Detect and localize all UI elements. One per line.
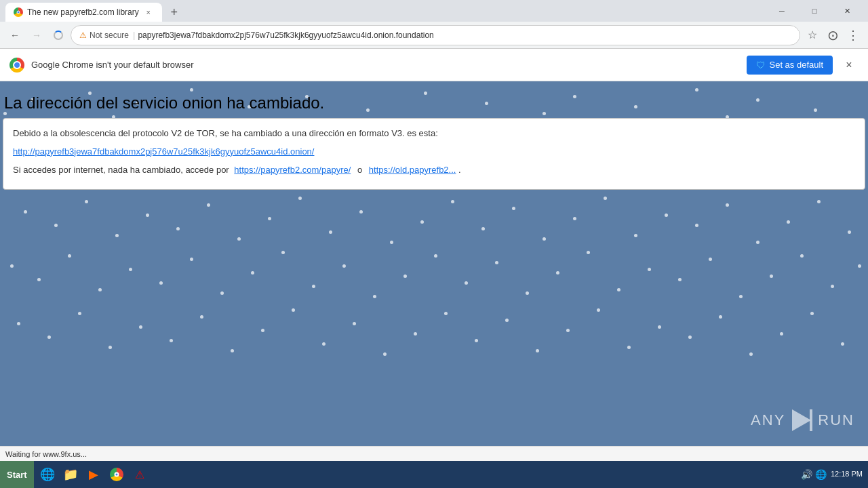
star xyxy=(342,264,346,268)
star xyxy=(383,352,387,356)
star xyxy=(719,315,722,319)
star xyxy=(648,268,651,271)
star xyxy=(159,281,163,285)
taskbar-explorer-icon[interactable]: 📁 xyxy=(60,464,81,485)
star xyxy=(322,342,326,346)
star xyxy=(658,325,661,329)
tray-icon-2[interactable]: 🌐 xyxy=(815,469,827,480)
address-bar[interactable]: ⚠ Not secure | papyrefb3jewa7fdbakdomx2p… xyxy=(71,25,800,45)
star xyxy=(817,200,821,203)
star xyxy=(780,332,783,336)
star xyxy=(261,329,264,332)
star xyxy=(220,291,224,295)
reload-button[interactable] xyxy=(49,26,68,45)
star xyxy=(858,264,861,268)
star xyxy=(190,258,193,261)
tray-icon-1[interactable]: 🔊 xyxy=(801,469,812,480)
star xyxy=(268,217,271,220)
back-button[interactable]: ← xyxy=(5,26,24,45)
page-content: La dirección del servicio onion ha cambi… xyxy=(0,81,868,446)
star xyxy=(403,274,407,278)
onion-link: http://papyrefb3jewa7fdbakdomx2pj576w7u2… xyxy=(13,145,855,159)
chrome-logo-icon xyxy=(9,58,24,73)
star xyxy=(390,241,393,244)
period: . xyxy=(458,165,461,175)
new-tab-button[interactable]: + xyxy=(165,3,184,22)
chrome-window: The new papyrefb2.com library × + ─ □ ✕ … xyxy=(0,0,868,488)
star xyxy=(200,315,203,319)
set-default-button[interactable]: 🛡 Set as default xyxy=(747,56,833,75)
star xyxy=(312,285,315,288)
loading-spinner xyxy=(54,30,63,40)
old-link-anchor[interactable]: https://old.papyrefb2... xyxy=(369,165,456,175)
paragraph2-text: Si accedes por internet, nada ha cambiad… xyxy=(13,165,229,175)
star xyxy=(231,349,234,352)
star xyxy=(726,203,729,207)
star xyxy=(481,227,485,230)
star xyxy=(695,224,698,227)
account-button[interactable]: ⊙ xyxy=(823,26,842,45)
star xyxy=(108,346,112,349)
forward-button[interactable]: → xyxy=(27,26,46,45)
star xyxy=(617,288,620,291)
star xyxy=(627,346,631,349)
info-box: Debido a la obsolescencia del protocolo … xyxy=(3,118,865,190)
star xyxy=(170,339,173,342)
minimize-button[interactable]: ─ xyxy=(766,0,797,22)
tab-close-button[interactable]: × xyxy=(143,7,154,18)
star xyxy=(176,227,180,230)
close-default-bar-button[interactable]: × xyxy=(840,56,859,75)
star xyxy=(587,251,590,254)
toolbar-actions: ☆ ⊙ ⋮ xyxy=(803,26,863,45)
start-button[interactable]: Start xyxy=(0,461,34,488)
star xyxy=(54,224,58,227)
taskbar-media-icon[interactable]: ▶ xyxy=(83,464,104,485)
star xyxy=(634,234,637,237)
star xyxy=(298,197,302,200)
default-browser-message: Google Chrome isn't your default browser xyxy=(31,60,740,70)
taskbar-warning-icon[interactable]: ⚠ xyxy=(129,464,151,485)
start-label: Start xyxy=(7,470,27,480)
star xyxy=(359,210,363,214)
menu-button[interactable]: ⋮ xyxy=(844,26,863,45)
bookmark-button[interactable]: ☆ xyxy=(803,26,822,45)
star xyxy=(542,237,546,241)
star xyxy=(688,336,692,339)
not-secure-label: Not secure xyxy=(90,30,129,40)
taskbar-pinned-icons: 🌐 📁 ▶ ⚠ xyxy=(34,461,153,488)
star xyxy=(604,197,607,200)
star xyxy=(770,274,773,278)
star xyxy=(292,308,295,312)
star xyxy=(281,251,285,254)
star xyxy=(573,217,576,220)
star xyxy=(841,342,844,346)
internet-link-anchor[interactable]: https://papyrefb2.com/papyre/ xyxy=(234,165,351,175)
taskbar-chrome-icon[interactable] xyxy=(106,464,127,485)
clock-time: 12:18 PM xyxy=(831,469,863,479)
active-tab[interactable]: The new papyrefb2.com library × xyxy=(5,3,162,22)
star xyxy=(129,268,132,271)
url-text[interactable]: papyrefb3jewa7fdbakdomx2pj576w7u25fk3kjk… xyxy=(138,30,433,40)
default-browser-bar: Google Chrome isn't your default browser… xyxy=(0,49,868,81)
star xyxy=(98,288,102,291)
star xyxy=(420,220,424,224)
anyrun-run-text: RUN xyxy=(818,411,854,429)
anyrun-watermark: ANY RUN xyxy=(751,408,854,432)
not-secure-indicator: ⚠ Not secure xyxy=(79,30,129,40)
star xyxy=(800,254,804,258)
paragraph2: Si accedes por internet, nada ha cambiad… xyxy=(13,163,855,178)
system-tray-icons: 🔊 🌐 xyxy=(801,469,827,480)
star xyxy=(373,295,376,298)
star xyxy=(526,291,529,295)
close-button[interactable]: ✕ xyxy=(831,0,863,22)
onion-link-anchor[interactable]: http://papyrefb3jewa7fdbakdomx2pj576w7u2… xyxy=(13,146,314,157)
anyrun-text: ANY xyxy=(751,411,785,429)
maximize-button[interactable]: □ xyxy=(799,0,830,22)
star xyxy=(556,271,559,274)
star xyxy=(329,230,332,234)
star xyxy=(848,230,851,234)
toolbar: ← → ⚠ Not secure | papyrefb3jewa7fdbakdo… xyxy=(0,22,868,49)
star xyxy=(505,319,509,322)
taskbar-ie-icon[interactable]: 🌐 xyxy=(37,464,58,485)
star xyxy=(37,278,41,281)
